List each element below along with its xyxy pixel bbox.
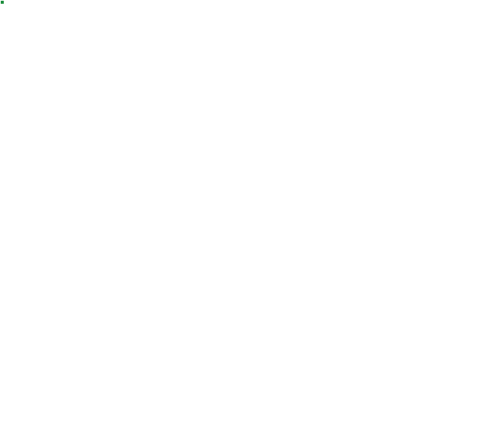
- selection-outline: [0, 0, 3, 3]
- selection-fill-handle[interactable]: [0, 0, 5, 5]
